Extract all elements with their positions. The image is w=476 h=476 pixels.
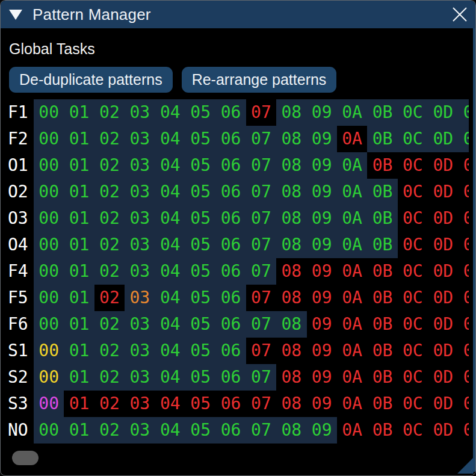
pattern-cell[interactable]: 00 (34, 258, 64, 285)
pattern-cell[interactable]: 02 (94, 311, 125, 338)
pattern-cell[interactable]: 09 (307, 258, 337, 285)
pattern-cell[interactable]: 0B (367, 417, 397, 444)
close-icon[interactable] (451, 6, 468, 23)
pattern-cell[interactable]: 01 (64, 152, 94, 179)
pattern-cell[interactable]: 03 (125, 179, 155, 205)
pattern-cell[interactable]: 04 (155, 364, 185, 391)
pattern-cell[interactable]: 0D (428, 232, 458, 258)
pattern-cell[interactable]: 06 (215, 205, 246, 232)
pattern-cell[interactable]: 0B (367, 232, 397, 258)
pattern-cell[interactable]: 0D (428, 364, 458, 391)
pattern-cell[interactable]: 0E (458, 99, 469, 126)
pattern-cell[interactable]: 00 (34, 364, 64, 391)
pattern-cell[interactable]: 0D (428, 285, 458, 311)
pattern-cell[interactable]: 05 (185, 179, 215, 205)
pattern-cell[interactable]: 0A (337, 258, 367, 285)
pattern-cell[interactable]: 0E (458, 179, 469, 205)
pattern-cell[interactable]: 0B (367, 258, 397, 285)
pattern-cell[interactable]: 0B (367, 338, 397, 364)
pattern-cell[interactable]: 0C (398, 311, 428, 338)
pattern-cell[interactable]: 03 (125, 311, 155, 338)
pattern-cell[interactable]: 07 (246, 417, 276, 444)
pattern-cell[interactable]: 06 (215, 391, 246, 417)
pattern-cell[interactable]: 04 (155, 391, 185, 417)
pattern-cell[interactable]: 09 (307, 311, 337, 338)
pattern-cell[interactable]: 05 (185, 285, 215, 311)
pattern-cell[interactable]: 08 (276, 99, 306, 126)
pattern-cell[interactable]: 00 (34, 338, 64, 364)
pattern-cell[interactable]: 04 (155, 417, 185, 444)
pattern-cell[interactable]: 07 (246, 311, 276, 338)
pattern-cell[interactable]: 04 (155, 179, 185, 205)
pattern-cell[interactable]: 0B (367, 99, 397, 126)
pattern-cell[interactable]: 06 (215, 364, 246, 391)
pattern-cell[interactable]: 0A (337, 338, 367, 364)
pattern-cell[interactable]: 0C (398, 391, 428, 417)
pattern-cell[interactable]: 01 (64, 99, 94, 126)
pattern-cell[interactable]: 09 (307, 232, 337, 258)
pattern-cell[interactable]: 06 (215, 338, 246, 364)
pattern-cell[interactable]: 0D (428, 391, 458, 417)
pattern-cell[interactable]: 05 (185, 126, 215, 152)
pattern-cell[interactable]: 07 (246, 364, 276, 391)
pattern-cell[interactable]: 07 (246, 126, 276, 152)
pattern-cell[interactable]: 01 (64, 391, 94, 417)
pattern-cell[interactable]: 01 (64, 232, 94, 258)
pattern-cell[interactable]: 0E (458, 232, 469, 258)
pattern-cell[interactable]: 05 (185, 99, 215, 126)
pattern-cell[interactable]: 07 (246, 391, 276, 417)
pattern-cell[interactable]: 05 (185, 205, 215, 232)
collapse-triangle-icon[interactable] (9, 10, 22, 20)
pattern-cell[interactable]: 05 (185, 364, 215, 391)
pattern-cell[interactable]: 08 (276, 258, 306, 285)
pattern-cell[interactable]: 0A (337, 99, 367, 126)
pattern-cell[interactable]: 05 (185, 338, 215, 364)
pattern-cell[interactable]: 0E (458, 285, 469, 311)
pattern-cell[interactable]: 00 (34, 99, 64, 126)
pattern-cell[interactable]: 0C (398, 364, 428, 391)
pattern-cell[interactable]: 01 (64, 205, 94, 232)
pattern-cell[interactable]: 03 (125, 364, 155, 391)
pattern-cell[interactable]: 01 (64, 179, 94, 205)
pattern-cell[interactable]: 07 (246, 205, 276, 232)
pattern-cell[interactable]: 01 (64, 364, 94, 391)
pattern-cell[interactable]: 03 (125, 205, 155, 232)
pattern-cell[interactable]: 08 (276, 126, 306, 152)
resize-grip-icon[interactable] (457, 457, 474, 474)
pattern-cell[interactable]: 0D (428, 99, 458, 126)
pattern-cell[interactable]: 02 (94, 285, 125, 311)
pattern-cell[interactable]: 0D (428, 338, 458, 364)
pattern-cell[interactable]: 0D (428, 258, 458, 285)
pattern-cell[interactable]: 09 (307, 179, 337, 205)
pattern-cell[interactable]: 05 (185, 417, 215, 444)
pattern-cell[interactable]: 0A (337, 311, 367, 338)
pattern-cell[interactable]: 04 (155, 232, 185, 258)
pattern-cell[interactable]: 0D (428, 152, 458, 179)
pattern-cell[interactable]: 07 (246, 258, 276, 285)
pattern-cell[interactable]: 0B (367, 391, 397, 417)
pattern-cell[interactable]: 09 (307, 338, 337, 364)
pattern-cell[interactable]: 06 (215, 152, 246, 179)
pattern-cell[interactable]: 0A (337, 126, 367, 152)
pattern-cell[interactable]: 0A (337, 205, 367, 232)
pattern-cell[interactable]: 0E (458, 338, 469, 364)
pattern-cell[interactable]: 0A (337, 285, 367, 311)
pattern-cell[interactable]: 03 (125, 417, 155, 444)
pattern-cell[interactable]: 02 (94, 417, 125, 444)
pattern-cell[interactable]: 08 (276, 205, 306, 232)
pattern-cell[interactable]: 0E (458, 205, 469, 232)
pattern-cell[interactable]: 0E (458, 364, 469, 391)
titlebar[interactable]: Pattern Manager (1, 1, 475, 28)
pattern-cell[interactable]: 02 (94, 126, 125, 152)
pattern-cell[interactable]: 0D (428, 179, 458, 205)
pattern-cell[interactable]: 07 (246, 338, 276, 364)
pattern-cell[interactable]: 08 (276, 152, 306, 179)
pattern-cell[interactable]: 05 (185, 391, 215, 417)
pattern-cell[interactable]: 0C (398, 338, 428, 364)
pattern-cell[interactable]: 02 (94, 152, 125, 179)
pattern-cell[interactable]: 07 (246, 285, 276, 311)
pattern-cell[interactable]: 09 (307, 152, 337, 179)
pattern-cell[interactable]: 0A (337, 417, 367, 444)
pattern-cell[interactable]: 03 (125, 285, 155, 311)
rearrange-patterns-button[interactable]: Re-arrange patterns (182, 67, 337, 93)
